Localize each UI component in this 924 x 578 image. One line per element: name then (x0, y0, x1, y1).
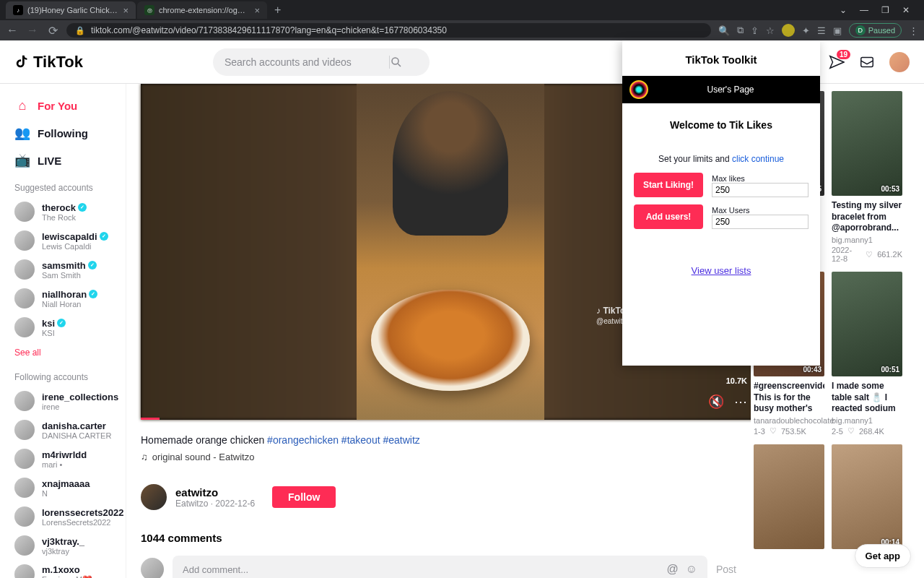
inbox-button[interactable] (859, 54, 875, 70)
comment-input-wrapper[interactable]: @ ☺ (173, 556, 707, 578)
author-username[interactable]: eatwitzo (175, 486, 255, 499)
music-icon: ♫ (141, 452, 148, 462)
account-username: xnajmaaaa (42, 478, 90, 489)
logo-text: TikTok (33, 53, 83, 72)
close-icon[interactable]: × (254, 5, 260, 16)
popup-welcome: Welcome to Tik Likes (622, 103, 820, 138)
related-title: Testing my silver bracelet from @aporrob… (832, 200, 902, 233)
account-item[interactable]: m4riwrldd mari • (7, 444, 126, 473)
extensions-icon[interactable]: ✦ (802, 25, 810, 36)
share-icon[interactable]: ⇪ (751, 25, 759, 36)
max-likes-input[interactable] (712, 183, 808, 197)
forward-button: → (26, 24, 39, 37)
people-icon: 👥 (14, 125, 30, 141)
mute-icon[interactable]: 🔇 (708, 394, 724, 410)
close-window-icon[interactable]: ✕ (902, 5, 910, 15)
max-users-input[interactable] (712, 215, 808, 229)
account-displayname: vj3ktray (42, 547, 84, 556)
related-stats: 2-5 ♡ 268.4K (832, 426, 902, 436)
view-user-lists-link[interactable]: View user lists (692, 265, 751, 276)
account-item[interactable]: irene_collections irene (7, 387, 126, 415)
extension-icon[interactable] (782, 24, 795, 37)
related-stats: 2022-12-8 ♡ 661.2K (832, 246, 902, 263)
account-item[interactable]: lewiscapaldi✓ Lewis Capaldi (7, 226, 126, 255)
search-button[interactable] (389, 56, 418, 69)
maximize-icon[interactable]: ❐ (881, 5, 889, 15)
search-box[interactable] (213, 48, 430, 76)
side-panel-icon[interactable]: ▣ (833, 25, 842, 36)
following-accounts-title: Following accounts (7, 363, 126, 387)
account-avatar (14, 230, 35, 251)
kebab-menu-icon[interactable]: ⋮ (909, 25, 918, 36)
address-bar[interactable]: 🔒 tiktok.com/@eatwitzo/video/71738384296… (66, 23, 711, 38)
hashtag-link[interactable]: #orangechicken #takeout #eatwitz (267, 434, 420, 446)
open-external-icon[interactable]: ⧉ (737, 25, 744, 36)
account-item[interactable]: vj3ktray._ vj3ktray (7, 531, 126, 560)
see-all-link[interactable]: See all (7, 342, 126, 363)
account-username: m4riwrldd (42, 449, 87, 460)
verified-icon: ✓ (88, 261, 97, 269)
account-item[interactable]: samsmith✓ Sam Smith (7, 255, 126, 284)
search-icon (390, 56, 403, 69)
reload-button[interactable]: ⟳ (46, 24, 59, 38)
account-item[interactable]: lorenssecrets2022 LorensSecrets2022 (7, 502, 126, 531)
nav-following[interactable]: 👥 Following (7, 119, 126, 147)
account-avatar (14, 202, 35, 222)
account-username: niallhoran✓ (42, 289, 97, 300)
chevron-down-icon[interactable]: ⌄ (840, 5, 847, 15)
post-button[interactable]: Post (716, 564, 736, 575)
svg-line-1 (398, 64, 401, 66)
new-tab-button[interactable]: + (269, 4, 287, 17)
close-icon[interactable]: × (123, 5, 128, 16)
profile-paused-pill[interactable]: D Paused (849, 23, 902, 38)
author-avatar[interactable] (141, 484, 167, 510)
account-username: danisha.carter (42, 420, 111, 431)
progress-bar[interactable] (141, 418, 160, 420)
related-video-card[interactable]: 00:14 (832, 444, 902, 549)
minimize-icon[interactable]: — (860, 5, 868, 15)
back-button[interactable]: ← (6, 24, 19, 37)
account-item[interactable]: xnajmaaaa N (7, 473, 126, 502)
reading-list-icon[interactable]: ☰ (817, 25, 826, 36)
my-avatar[interactable] (141, 558, 164, 578)
account-displayname: Niall Horan (42, 300, 97, 309)
music-link[interactable]: ♫ original sound - Eatwitzo (141, 452, 736, 462)
profile-avatar[interactable] (889, 52, 910, 72)
browser-tab-active[interactable]: ♪ (19)Honey Garlic Chicken Tender × (6, 1, 136, 19)
nav-live[interactable]: 📺 LIVE (7, 147, 126, 174)
add-users-button[interactable]: Add users! (634, 204, 703, 229)
suggested-accounts-title: Suggested accounts (7, 174, 126, 197)
comment-input[interactable] (183, 564, 666, 575)
browser-tab[interactable]: ◎ chrome-extension://ogmaallndjg × (137, 1, 267, 19)
account-item[interactable]: therock✓ The Rock (7, 197, 126, 226)
search-input[interactable] (225, 56, 389, 68)
related-video-card[interactable] (754, 444, 824, 549)
account-item[interactable]: danisha.carter DANISHA CARTER (7, 415, 126, 444)
account-displayname: Sam Smith (42, 271, 97, 280)
related-user: tanaradoublechocolate (754, 416, 824, 425)
tiktok-logo[interactable]: TikTok (14, 53, 83, 72)
search-icon[interactable]: 🔍 (718, 25, 730, 36)
account-avatar (14, 449, 35, 469)
nav-for-you[interactable]: ⌂ For You (7, 92, 126, 119)
emoji-icon[interactable]: ☺ (686, 563, 697, 576)
account-displayname: KSI (42, 329, 66, 337)
more-icon[interactable]: ⋯ (734, 394, 747, 410)
get-app-button[interactable]: Get app (855, 544, 911, 568)
nav-label: LIVE (38, 155, 61, 167)
video-duration: 00:43 (803, 366, 821, 374)
start-liking-button[interactable]: Start Liking! (634, 173, 703, 197)
messages-button[interactable]: 19 (829, 54, 845, 70)
tab-strip: ♪ (19)Honey Garlic Chicken Tender × ◎ ch… (0, 0, 924, 20)
related-video-card[interactable]: 00:51 I made some table salt 🧂 I reacted… (832, 272, 902, 436)
url-text: tiktok.com/@eatwitzo/video/7173838429611… (91, 25, 447, 35)
account-item[interactable]: niallhoran✓ Niall Horan (7, 284, 126, 313)
follow-button[interactable]: Follow (272, 486, 336, 508)
continue-link[interactable]: click continue (732, 154, 784, 164)
account-displayname: ForeignerM❤️ (42, 575, 92, 578)
account-item[interactable]: ksi✓ KSI (7, 313, 126, 342)
account-item[interactable]: m.1xoxo ForeignerM❤️ (7, 560, 126, 578)
bookmark-icon[interactable]: ☆ (766, 25, 775, 36)
mention-icon[interactable]: @ (666, 563, 678, 576)
related-video-card[interactable]: 00:53 Testing my silver bracelet from @a… (832, 91, 902, 263)
